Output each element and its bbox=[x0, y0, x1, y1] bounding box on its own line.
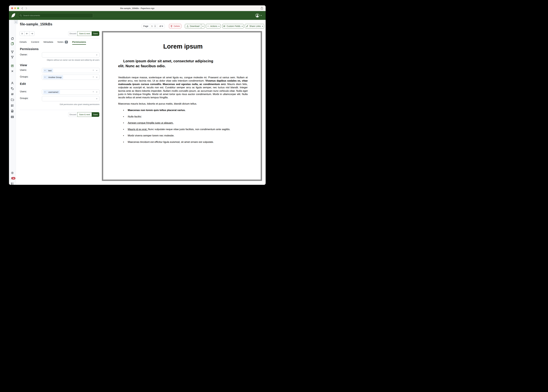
save-next-button[interactable]: Save & next bbox=[77, 112, 92, 117]
sidebar-item-dashboard[interactable] bbox=[11, 37, 14, 40]
tab-metadata[interactable]: Metadata bbox=[43, 41, 53, 43]
view-groups-select[interactable]: ×Another Group × bbox=[42, 75, 100, 80]
custom-fields-icon bbox=[223, 25, 225, 27]
page-stepper[interactable] bbox=[154, 24, 156, 28]
previous-document-button[interactable] bbox=[25, 31, 30, 36]
view-groups-label: Groups: bbox=[20, 76, 29, 78]
page-number-input[interactable] bbox=[151, 25, 153, 27]
chevron-down-icon bbox=[242, 26, 243, 27]
sidebar-item-document-types[interactable] bbox=[11, 93, 14, 96]
permissions-section-heading: Permissions bbox=[20, 47, 39, 51]
sidebar-item-correspondents[interactable] bbox=[11, 82, 14, 85]
sidebar-item-saved-view-filter[interactable] bbox=[11, 56, 14, 59]
pdf-list-item: Maecenas tincidunt est efficitur ligula … bbox=[128, 140, 248, 144]
tab-permissions[interactable]: Permissions bbox=[72, 41, 86, 43]
selected-user-chip: ×username2 bbox=[43, 90, 60, 94]
trash-icon bbox=[170, 25, 173, 27]
pdf-list-item: Maecenas non lorem quis tellus placerat … bbox=[128, 108, 248, 112]
tab-notes[interactable]: Notes5 bbox=[58, 41, 68, 43]
chevron-down-icon bbox=[96, 98, 97, 99]
sidebar-expand-button[interactable]: » bbox=[14, 20, 18, 24]
user-menu-caret-icon bbox=[260, 15, 262, 16]
sidebar-item-settings[interactable] bbox=[11, 171, 14, 175]
save-button[interactable]: Save bbox=[92, 31, 99, 36]
pdf-list-item: Mauris id ex erat. Nunc vulputate neque … bbox=[128, 128, 248, 131]
document-tabs: Details Content Metadata Notes5 Permissi… bbox=[20, 40, 86, 44]
titlebar: file-sample_150kBs - Paperless-ngx bbox=[9, 5, 266, 11]
sidebar-item-saved-views[interactable] bbox=[11, 50, 14, 54]
pdf-page: Lorem ipsum Lorem ipsum dolor sit amet, … bbox=[103, 32, 261, 144]
sidebar-item-tasks[interactable] bbox=[11, 182, 14, 185]
next-document-button[interactable] bbox=[29, 31, 35, 36]
clear-icon[interactable]: × bbox=[93, 76, 94, 78]
chip-remove-icon[interactable]: × bbox=[43, 76, 47, 78]
link-icon bbox=[246, 25, 248, 27]
save-button[interactable]: Save bbox=[92, 112, 99, 117]
search-bar bbox=[18, 13, 93, 18]
sidebar-item-custom-fields[interactable] bbox=[11, 104, 14, 107]
actions-button[interactable]: Actions bbox=[206, 24, 221, 28]
save-actions-group: Discard Save & next Save bbox=[68, 112, 99, 117]
chevron-down-icon bbox=[218, 26, 220, 27]
document-preview[interactable]: Lorem ipsum Lorem ipsum dolor sit amet, … bbox=[102, 31, 262, 181]
stepper-down-icon[interactable] bbox=[155, 26, 156, 27]
tasks-count-badge: 16 bbox=[12, 177, 15, 180]
share-icon[interactable] bbox=[260, 7, 263, 10]
discard-button[interactable]: Discard bbox=[68, 112, 78, 117]
download-icon bbox=[187, 25, 189, 27]
user-menu[interactable] bbox=[255, 14, 262, 17]
tab-content[interactable]: Content bbox=[31, 41, 39, 43]
chevron-down-icon bbox=[96, 77, 97, 78]
discard-button[interactable]: Discard bbox=[68, 31, 78, 36]
stepper-up-icon[interactable] bbox=[155, 25, 156, 26]
chevron-down-icon bbox=[202, 26, 203, 27]
view-section-heading: View bbox=[20, 63, 27, 67]
divider bbox=[20, 38, 99, 38]
close-document-button[interactable] bbox=[20, 31, 25, 36]
search-input[interactable] bbox=[18, 13, 93, 18]
clear-icon[interactable]: × bbox=[93, 69, 94, 71]
edit-groups-select[interactable] bbox=[42, 96, 100, 101]
chip-remove-icon[interactable]: × bbox=[43, 91, 47, 93]
chevron-down-icon bbox=[96, 92, 97, 92]
sidebar-item-mail[interactable] bbox=[11, 115, 14, 119]
edit-section-heading: Edit bbox=[20, 82, 26, 86]
edit-users-select[interactable]: ×username2 × bbox=[42, 89, 100, 95]
pdf-paragraph: Vestibulum neque massa, scelerisque sit … bbox=[118, 76, 248, 99]
sidebar-item-tags[interactable] bbox=[11, 87, 14, 90]
selected-group-chip: ×Another Group bbox=[43, 75, 63, 79]
selected-user-chip: ×test bbox=[43, 69, 53, 72]
download-split-button: Download bbox=[185, 24, 205, 28]
desktop: { "window": { "title": "file-sample_150k… bbox=[0, 0, 274, 196]
download-button[interactable]: Download bbox=[185, 24, 201, 28]
paperless-logo-icon[interactable] bbox=[10, 13, 16, 18]
view-users-select[interactable]: ×test × bbox=[42, 68, 100, 73]
page-label: Page bbox=[142, 24, 150, 28]
chevron-double-right-icon: » bbox=[15, 21, 17, 23]
tab-details[interactable]: Details bbox=[20, 41, 27, 43]
download-options-button[interactable] bbox=[201, 24, 205, 28]
clear-icon[interactable]: × bbox=[93, 91, 94, 93]
view-users-label: Users: bbox=[20, 69, 27, 71]
custom-fields-button[interactable]: Custom Fields bbox=[222, 24, 244, 28]
sidebar-item-close-all-documents[interactable] bbox=[11, 70, 14, 73]
sidebar: 16 ? bbox=[9, 20, 16, 185]
chip-remove-icon[interactable]: × bbox=[43, 70, 47, 71]
sidebar-item-documents[interactable] bbox=[11, 42, 14, 45]
page-count-label: of 4 bbox=[158, 24, 165, 28]
pdf-paragraph: Maecenas mauris lectus, lobortis et puru… bbox=[118, 102, 248, 105]
save-next-button[interactable]: Save & next bbox=[77, 31, 92, 36]
delete-button[interactable]: Delete bbox=[169, 24, 181, 28]
share-links-button[interactable]: Share Links bbox=[245, 24, 264, 28]
pdf-list-item: Morbi viverra semper lorem nec molestie. bbox=[128, 134, 248, 137]
owner-label: Owner: bbox=[20, 53, 28, 56]
owner-select[interactable] bbox=[42, 52, 100, 57]
user-avatar-icon bbox=[255, 14, 259, 17]
sidebar-item-storage-paths[interactable] bbox=[11, 98, 14, 101]
ellipsis-icon bbox=[207, 26, 209, 27]
sidebar-item-file-tasks[interactable] bbox=[11, 110, 14, 113]
page-number-control bbox=[150, 24, 158, 28]
sidebar-item-open-document[interactable] bbox=[11, 64, 14, 67]
divider bbox=[20, 110, 99, 110]
chevron-down-icon bbox=[96, 55, 97, 56]
